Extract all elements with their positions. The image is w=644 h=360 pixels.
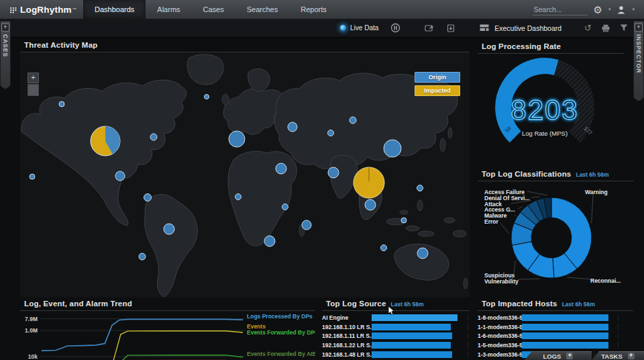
donut-label: Access Failure <box>484 189 525 195</box>
logo-icon <box>9 5 17 14</box>
bar-track <box>372 324 470 330</box>
map-marker-origin[interactable] <box>139 253 146 260</box>
bar-track <box>372 342 470 349</box>
map-marker-origin[interactable] <box>365 199 376 210</box>
dashboard-layout-icon[interactable] <box>480 24 489 32</box>
dashboard-selector[interactable]: Executive Dashboard <box>494 24 561 32</box>
map-marker-origin[interactable] <box>229 131 245 147</box>
filter-icon[interactable] <box>620 24 628 32</box>
donut-label: Attack <box>484 201 502 208</box>
donut-leader-line <box>531 197 539 197</box>
nav-tab-dashboards[interactable]: Dashboards <box>83 0 146 19</box>
map-marker-origin[interactable] <box>115 171 125 181</box>
user-icon[interactable] <box>616 5 626 14</box>
map-marker-origin[interactable] <box>144 194 152 201</box>
donut-leader-line <box>592 195 593 224</box>
bar-row-label: AI Engine <box>322 314 372 321</box>
gear-icon[interactable]: ⚙ <box>594 5 602 15</box>
map-marker-origin[interactable] <box>288 122 297 132</box>
map-island <box>444 218 455 223</box>
bar-fill[interactable] <box>372 342 451 349</box>
bar-fill[interactable] <box>522 342 608 349</box>
classifications-panel-title: Top Log Classifications <box>482 170 571 178</box>
nav-tab-alarms[interactable]: Alarms <box>146 0 191 19</box>
map-marker-origin[interactable] <box>276 163 286 174</box>
bar-row: 192.168.1.11 LR S... <box>322 332 470 341</box>
map-marker-origin[interactable] <box>384 140 401 157</box>
bar-track <box>522 332 633 339</box>
map-marker-origin[interactable] <box>417 185 423 191</box>
map-marker-origin[interactable] <box>350 117 356 124</box>
printer-icon[interactable] <box>601 24 610 32</box>
map-island <box>453 230 466 237</box>
cases-add-icon[interactable]: + <box>1 24 9 32</box>
bar-fill[interactable] <box>372 332 452 339</box>
bar-fill[interactable] <box>372 324 451 330</box>
nav-tab-searches[interactable]: Searches <box>235 0 289 19</box>
map-marker-origin[interactable] <box>59 101 64 107</box>
tasks-add-icon[interactable]: + <box>628 353 635 359</box>
trend-chart: 7.9M1.0M10kLogs Processed By DPsEventsEv… <box>20 311 315 360</box>
donut-label: Denial Of Servi... <box>484 195 530 201</box>
bar-track <box>522 314 633 321</box>
map-zoom-slider[interactable] <box>28 84 39 96</box>
inspector-add-icon[interactable]: + <box>635 24 643 32</box>
save-layout-icon[interactable] <box>446 24 455 32</box>
map-marker-origin[interactable] <box>328 130 334 136</box>
map-marker-origin[interactable] <box>30 174 35 179</box>
bar-fill[interactable] <box>522 332 608 339</box>
donut-leader-line <box>515 215 515 216</box>
map-marker-origin[interactable] <box>235 194 241 200</box>
map-marker-origin[interactable] <box>302 220 311 230</box>
pause-icon[interactable] <box>390 23 400 33</box>
undo-icon[interactable]: ↺ <box>584 24 592 32</box>
cases-side-tab[interactable]: + CASES <box>0 21 11 89</box>
impacted-hosts-timespan: Last 6h 56m <box>562 301 595 308</box>
map-marker-origin[interactable] <box>282 204 288 210</box>
logs-add-icon[interactable]: + <box>566 353 573 359</box>
bar-fill[interactable] <box>522 324 608 330</box>
bar-row-label: 1-1-modem336-5... <box>478 324 522 330</box>
map-island <box>400 210 408 214</box>
inspector-side-tab[interactable]: + INSPECTOR <box>633 21 644 101</box>
top-nav: LogRhythm ™ DashboardsAlarmsCasesSearche… <box>0 0 644 19</box>
gauge-unit-label: Log Rate (MPS) <box>522 130 568 137</box>
live-data-indicator[interactable] <box>340 25 346 31</box>
map-marker-origin[interactable] <box>164 224 174 234</box>
donut-leader-line <box>500 223 509 234</box>
nav-tab-cases[interactable]: Cases <box>192 0 235 19</box>
bar-fill[interactable] <box>372 314 458 321</box>
search-input[interactable] <box>533 4 588 15</box>
bar-fill[interactable] <box>372 351 452 358</box>
tasks-tab[interactable]: TASKS + <box>592 351 644 360</box>
bar-fill[interactable] <box>522 314 608 321</box>
map-marker-origin[interactable] <box>381 245 387 251</box>
map-marker-origin[interactable] <box>150 134 157 140</box>
bar-row-label: 1-6-modem336-5... <box>478 332 522 339</box>
donut-label: Suspicious <box>484 272 515 279</box>
map-marker-origin[interactable] <box>264 236 275 246</box>
logrhythm-logo: LogRhythm ™ <box>0 0 76 19</box>
popout-widget-icon[interactable] <box>425 24 434 32</box>
legend-impacted[interactable]: Impacted <box>415 85 460 96</box>
trend-line-series-0 <box>42 319 243 351</box>
map-marker-mixed[interactable] <box>91 126 120 156</box>
legend-origin[interactable]: Origin <box>415 72 460 83</box>
nav-tab-reports[interactable]: Reports <box>289 0 338 19</box>
map-marker-origin[interactable] <box>205 95 209 99</box>
trend-legend-item: Events Forwarded By DPs <box>247 329 315 336</box>
map-marker-origin[interactable] <box>401 218 407 223</box>
log-rate-gauge: 82038203Log Rate (MPS)58177 <box>478 54 624 160</box>
map-marker-origin[interactable] <box>417 248 428 259</box>
map-panel-title: Threat Activity Map <box>24 41 97 49</box>
logs-tab[interactable]: LOGS + <box>525 351 592 360</box>
map-island <box>448 128 452 138</box>
map-zoom-in-button[interactable]: + <box>28 73 39 83</box>
trend-legend-item: Logs Processed By DPs <box>247 313 313 320</box>
map-island <box>464 278 468 289</box>
map-marker-origin[interactable] <box>328 167 339 178</box>
map-marker-impacted[interactable] <box>354 167 384 198</box>
user-caret-icon[interactable]: ▾ <box>632 7 635 12</box>
bar-row-label: 192.168.1.48 LR S... <box>322 351 372 358</box>
gear-caret-icon[interactable]: ▾ <box>608 7 611 12</box>
